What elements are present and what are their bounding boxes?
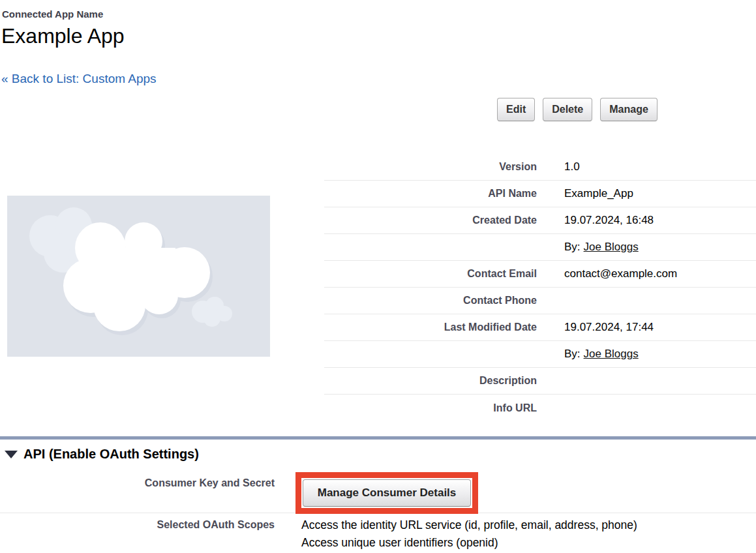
- field-label: API Name: [324, 188, 537, 200]
- created-by-user-link[interactable]: Joe Bloggs: [584, 241, 639, 253]
- cloud-icon: [7, 196, 270, 357]
- delete-button[interactable]: Delete: [543, 98, 592, 121]
- field-label: Last Modified Date: [324, 321, 537, 333]
- field-value: contact@example.com: [537, 267, 677, 280]
- detail-row-created-by: By:Joe Bloggs: [324, 234, 756, 261]
- detail-row-version: Version 1.0: [324, 154, 756, 181]
- field-value: Example_App: [537, 187, 633, 200]
- app-logo-cloud-image: [7, 196, 270, 357]
- consumer-key-secret-label: Consumer Key and Secret: [0, 477, 275, 489]
- field-label: Info URL: [324, 402, 537, 414]
- detail-row-info-url: Info URL: [324, 395, 756, 421]
- detail-row-contact-phone: Contact Phone: [324, 288, 756, 314]
- modified-by-user-link[interactable]: Joe Bloggs: [584, 348, 639, 360]
- field-label: Created Date: [324, 215, 537, 226]
- by-prefix: By:: [564, 241, 581, 253]
- field-value: 19.07.2024, 16:48: [537, 214, 654, 227]
- field-label: Contact Email: [324, 268, 537, 280]
- field-value: By:Joe Bloggs: [537, 241, 639, 254]
- oauth-scope-item: Access the identity URL service (id, pro…: [301, 516, 637, 534]
- entity-type-label: Connected App Name: [2, 8, 103, 20]
- oauth-section-title: API (Enable OAuth Settings): [23, 447, 199, 462]
- manage-consumer-details-button[interactable]: Manage Consumer Details: [303, 479, 471, 507]
- by-prefix: By:: [564, 348, 581, 360]
- field-label: Version: [324, 161, 537, 173]
- page-title: Example App: [1, 24, 125, 48]
- edit-button[interactable]: Edit: [497, 98, 535, 121]
- triangle-down-icon[interactable]: [5, 451, 18, 458]
- manage-button[interactable]: Manage: [600, 98, 658, 121]
- detail-row-api-name: API Name Example_App: [324, 181, 756, 207]
- detail-row-contact-email: Contact Email contact@example.com: [324, 261, 756, 288]
- section-divider: [0, 436, 756, 440]
- field-value: By:Joe Bloggs: [537, 348, 639, 361]
- field-label: Description: [324, 375, 537, 387]
- oauth-scopes-list: Access the identity URL service (id, pro…: [301, 516, 637, 552]
- detail-row-last-modified-date: Last Modified Date 19.07.2024, 17:44: [324, 314, 756, 341]
- action-toolbar: Edit Delete Manage: [497, 98, 658, 121]
- field-label: Contact Phone: [324, 295, 537, 306]
- detail-row-modified-by: By:Joe Bloggs: [324, 341, 756, 368]
- detail-table: Version 1.0 API Name Example_App Created…: [324, 154, 756, 421]
- detail-row-description: Description: [324, 368, 756, 395]
- connected-app-detail-page: Connected App Name Example App « Back to…: [0, 0, 756, 553]
- field-value: 1.0: [537, 160, 580, 173]
- field-value: 19.07.2024, 17:44: [537, 321, 654, 334]
- oauth-scope-item: Access unique user identifiers (openid): [301, 534, 637, 552]
- detail-row-created-date: Created Date 19.07.2024, 16:48: [324, 207, 756, 234]
- selected-oauth-scopes-label: Selected OAuth Scopes: [0, 519, 275, 531]
- highlight-annotation: Manage Consumer Details: [295, 472, 478, 514]
- back-to-list-link[interactable]: « Back to List: Custom Apps: [1, 72, 157, 86]
